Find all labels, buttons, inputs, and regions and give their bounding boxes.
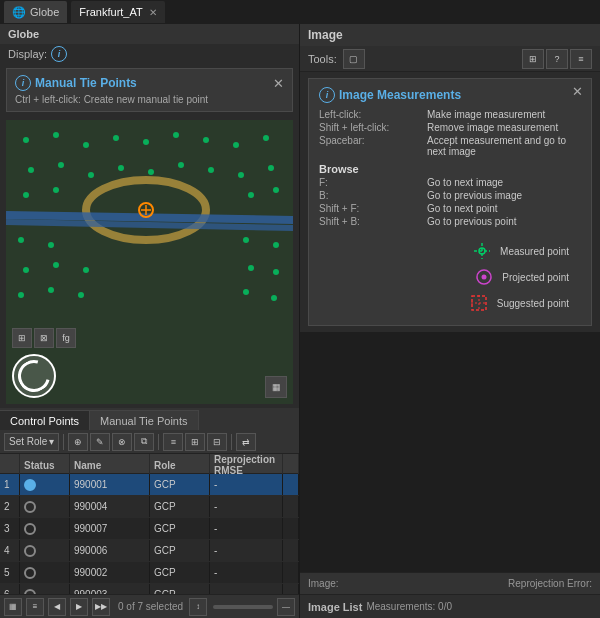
browse-val-3: Go to previous point [427,216,581,227]
table-toolbar: Set Role ▾ ⊕ ✎ ⊗ ⧉ ≡ ⊞ ⊟ ⇄ [0,430,299,454]
table-row[interactable]: 2 990004 GCP - [0,496,299,518]
measured-label: Measured point [500,246,569,257]
map-controls: ⊞ ⊠ fg [12,328,76,398]
svg-point-36 [48,287,54,293]
td-name: 990001 [70,474,150,495]
td-extra [283,518,299,539]
td-num: 4 [0,540,20,561]
tab-frankfurt[interactable]: Frankfurt_AT ✕ [71,1,164,23]
map-area[interactable]: ⊞ ⊠ fg ▦ [6,120,293,404]
tool-cursor-btn[interactable]: ▢ [343,49,365,69]
td-status [20,562,70,583]
rotate-arrow-icon [12,354,56,398]
td-status [20,496,70,517]
toolbar-btn-4[interactable]: ⧉ [134,433,154,451]
td-status [20,584,70,594]
td-role: GCP [150,518,210,539]
toolbar-btn-6[interactable]: ⊞ [185,433,205,451]
toolbar-separator-2 [158,434,159,450]
image-panel-title: Image [308,28,343,42]
browse-grid: F: Go to next image B: Go to previous im… [319,177,581,227]
tool-info-btn[interactable]: ? [546,49,568,69]
table-footer: ▦ ≡ ◀ ▶ ▶▶ 0 of 7 selected ↕ — [0,594,299,618]
td-extra [283,496,299,517]
table-row[interactable]: 6 990003 GCP - [0,584,299,594]
map-zoom-out-btn[interactable]: fg [56,328,76,348]
tool-grid-btn[interactable]: ⊞ [522,49,544,69]
projected-point-icon [474,267,494,287]
measurements-close-icon[interactable]: ✕ [572,85,583,98]
td-num: 1 [0,474,20,495]
image-bottom-bar: Image: Reprojection Error: [300,572,600,594]
svg-point-24 [248,192,254,198]
table-row[interactable]: 5 990002 GCP - [0,562,299,584]
footer-end-btn[interactable]: — [277,598,295,616]
browse-key-2: Shift + F: [319,203,419,214]
th-extra [283,454,299,476]
footer-sort-btn[interactable]: ↕ [189,598,207,616]
toolbar-btn-3[interactable]: ⊗ [112,433,132,451]
td-rmse: - [210,540,283,561]
status-circle [24,523,36,535]
td-extra [283,562,299,583]
toolbar-btn-1[interactable]: ⊕ [68,433,88,451]
td-role: GCP [150,474,210,495]
tie-points-instruction: Ctrl + left-click: Create new manual tie… [15,94,284,105]
svg-point-13 [28,167,34,173]
map-layer-btn[interactable]: ▦ [265,376,287,398]
suggested-label: Suggested point [497,298,569,309]
image-tools: Tools: ▢ ⊞ ? ≡ [300,46,600,72]
main-layout: Globe Display: i i Manual Tie Points ✕ C… [0,24,600,618]
svg-point-16 [118,165,124,171]
toolbar-btn-7[interactable]: ⊟ [207,433,227,451]
th-status: Status [20,454,70,476]
svg-point-7 [113,135,119,141]
toolbar-btn-2[interactable]: ✎ [90,433,110,451]
svg-point-8 [143,139,149,145]
tie-points-info-icon[interactable]: i [15,75,31,91]
toolbar-separator [63,434,64,450]
meas-val-1: Remove image measurement [427,122,581,133]
status-circle [24,479,36,491]
svg-point-17 [148,169,154,175]
table-row[interactable]: 4 990006 GCP - [0,540,299,562]
image-label: Image: [308,578,339,589]
svg-point-11 [233,142,239,148]
panel-title: Globe [8,28,39,40]
table-row[interactable]: 1 990001 GCP - [0,474,299,496]
right-panel: Image Tools: ▢ ⊞ ? ≡ i Image Measurement… [300,24,600,618]
svg-point-31 [53,262,59,268]
tab-control-points[interactable]: Control Points [0,410,90,430]
map-rotate-btn[interactable] [12,354,56,398]
svg-point-47 [482,275,487,280]
tab-manual-tie-points[interactable]: Manual Tie Points [90,410,198,430]
meas-key-0: Left-click: [319,109,419,120]
footer-next-btn[interactable]: ▶▶ [92,598,110,616]
footer-prev-btn[interactable]: ◀ [48,598,66,616]
tie-points-close-icon[interactable]: ✕ [273,77,284,90]
toolbar-btn-5[interactable]: ≡ [163,433,183,451]
tool-settings-btn[interactable]: ≡ [570,49,592,69]
td-extra [283,540,299,561]
footer-play-btn[interactable]: ▶ [70,598,88,616]
footer-slider[interactable] [213,605,273,609]
map-zoom-in-btn[interactable]: ⊠ [34,328,54,348]
measurements-info-icon[interactable]: i [319,87,335,103]
svg-point-35 [18,292,24,298]
svg-point-33 [248,265,254,271]
map-zoom-extent-btn[interactable]: ⊞ [12,328,32,348]
image-display-area[interactable] [300,332,600,572]
toolbar-btn-8[interactable]: ⇄ [236,433,256,451]
footer-layer-btn[interactable]: ▦ [4,598,22,616]
map-bottom-right: ▦ [265,376,287,398]
footer-table-btn[interactable]: ≡ [26,598,44,616]
table-row[interactable]: 3 990007 GCP - [0,518,299,540]
set-role-dropdown[interactable]: Set Role ▾ [4,433,59,451]
td-num: 3 [0,518,20,539]
svg-point-19 [208,167,214,173]
help-icon[interactable]: i [51,46,67,62]
close-tab-icon[interactable]: ✕ [149,7,157,18]
td-extra [283,584,299,594]
tab-globe[interactable]: 🌐 Globe [4,1,67,23]
svg-point-9 [173,132,179,138]
